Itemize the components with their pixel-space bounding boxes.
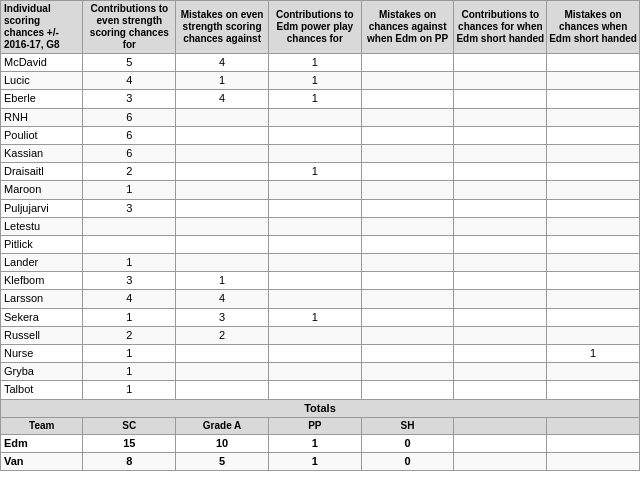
player-row: RNH6 xyxy=(1,108,640,126)
player-row: Lander1 xyxy=(1,254,640,272)
player-row: Pouliot6 xyxy=(1,126,640,144)
player-stat xyxy=(454,181,547,199)
player-name: Lucic xyxy=(1,72,83,90)
player-stat: 5 xyxy=(83,54,176,72)
team-stat: 10 xyxy=(176,434,269,452)
team-row: Van8510 xyxy=(1,452,640,470)
player-name: Larsson xyxy=(1,290,83,308)
player-name: Talbot xyxy=(1,381,83,399)
player-stat xyxy=(454,326,547,344)
player-stat xyxy=(361,144,454,162)
player-stat xyxy=(547,272,640,290)
player-stat xyxy=(361,199,454,217)
totals-label: Totals xyxy=(1,399,640,417)
totals-row: Totals xyxy=(1,399,640,417)
player-name: Sekera xyxy=(1,308,83,326)
player-stat xyxy=(547,90,640,108)
player-name: Nurse xyxy=(1,345,83,363)
player-name: Russell xyxy=(1,326,83,344)
player-stat xyxy=(361,163,454,181)
player-name: Klefbom xyxy=(1,272,83,290)
player-stat xyxy=(83,217,176,235)
player-stat xyxy=(176,254,269,272)
player-stat xyxy=(454,126,547,144)
team-stat: 0 xyxy=(361,434,454,452)
player-stat xyxy=(361,181,454,199)
player-stat: 1 xyxy=(83,254,176,272)
team-name: Edm xyxy=(1,434,83,452)
stats-table: Individual scoring chances +/-2016-17, G… xyxy=(0,0,640,471)
player-stat: 4 xyxy=(176,54,269,72)
player-stat xyxy=(176,181,269,199)
player-stat xyxy=(454,108,547,126)
player-stat xyxy=(268,345,361,363)
player-stat: 1 xyxy=(83,345,176,363)
player-stat xyxy=(454,199,547,217)
team-col-header: Grade A xyxy=(176,417,269,434)
player-stat xyxy=(454,363,547,381)
player-stat xyxy=(176,163,269,181)
player-stat xyxy=(361,381,454,399)
player-stat xyxy=(547,290,640,308)
player-row: Pitlick xyxy=(1,235,640,253)
header-pp-against: Mistakes on chances against when Edm on … xyxy=(361,1,454,54)
team-stat xyxy=(547,434,640,452)
team-stat xyxy=(547,452,640,470)
player-stat: 1 xyxy=(83,181,176,199)
player-name: RNH xyxy=(1,108,83,126)
player-stat xyxy=(176,126,269,144)
team-col-header: SC xyxy=(83,417,176,434)
player-stat: 1 xyxy=(83,381,176,399)
player-stat xyxy=(547,54,640,72)
player-stat xyxy=(268,235,361,253)
player-stat xyxy=(268,126,361,144)
player-row: Kassian6 xyxy=(1,144,640,162)
player-stat xyxy=(361,54,454,72)
player-stat: 1 xyxy=(547,345,640,363)
player-stat xyxy=(361,363,454,381)
player-stat: 6 xyxy=(83,144,176,162)
header-row: Individual scoring chances +/-2016-17, G… xyxy=(1,1,640,54)
main-table-container: Individual scoring chances +/-2016-17, G… xyxy=(0,0,640,471)
player-stat: 4 xyxy=(176,290,269,308)
player-stat xyxy=(454,272,547,290)
header-player: Individual scoring chances +/-2016-17, G… xyxy=(1,1,83,54)
player-stat xyxy=(176,144,269,162)
header-pp-for: Contributions to Edm power play chances … xyxy=(268,1,361,54)
player-stat xyxy=(268,217,361,235)
player-stat xyxy=(176,199,269,217)
player-stat xyxy=(454,254,547,272)
team-stat: 1 xyxy=(268,452,361,470)
player-name: McDavid xyxy=(1,54,83,72)
player-stat xyxy=(83,235,176,253)
player-stat: 6 xyxy=(83,108,176,126)
player-name: Kassian xyxy=(1,144,83,162)
player-name: Draisaitl xyxy=(1,163,83,181)
player-stat: 3 xyxy=(83,272,176,290)
player-stat xyxy=(268,108,361,126)
player-stat xyxy=(361,345,454,363)
player-stat xyxy=(268,326,361,344)
player-stat xyxy=(361,308,454,326)
player-name: Pouliot xyxy=(1,126,83,144)
player-row: Maroon1 xyxy=(1,181,640,199)
player-name: Eberle xyxy=(1,90,83,108)
player-stat: 1 xyxy=(268,90,361,108)
player-stat: 4 xyxy=(176,90,269,108)
team-stat xyxy=(454,434,547,452)
player-stat xyxy=(454,54,547,72)
player-name: Puljujarvi xyxy=(1,199,83,217)
player-stat xyxy=(268,199,361,217)
team-header-row: TeamSCGrade APPSH xyxy=(1,417,640,434)
player-row: Draisaitl21 xyxy=(1,163,640,181)
player-stat: 1 xyxy=(268,163,361,181)
team-col-header xyxy=(454,417,547,434)
player-stat xyxy=(547,217,640,235)
player-stat xyxy=(268,290,361,308)
player-stat xyxy=(268,254,361,272)
team-stat xyxy=(454,452,547,470)
player-stat xyxy=(454,290,547,308)
player-stat: 3 xyxy=(176,308,269,326)
player-stat xyxy=(361,326,454,344)
player-stat xyxy=(361,108,454,126)
